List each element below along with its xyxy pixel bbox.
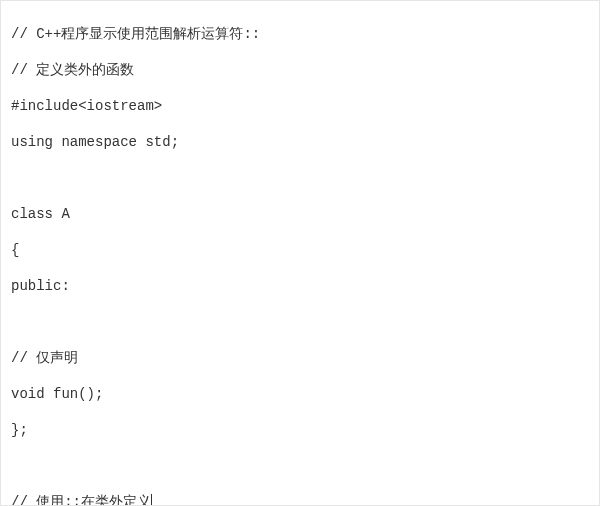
text-cursor	[151, 494, 152, 506]
code-editor[interactable]: // C++程序显示使用范围解析运算符:: // 定义类外的函数 #includ…	[0, 0, 600, 506]
code-line: // 使用::在类外定义	[11, 493, 589, 506]
code-line: // C++程序显示使用范围解析运算符::	[11, 25, 589, 43]
code-line: void fun();	[11, 385, 589, 403]
code-line: // 仅声明	[11, 349, 589, 367]
code-text: // 使用::在类外定义	[11, 494, 151, 506]
code-line: class A	[11, 205, 589, 223]
code-line	[11, 313, 589, 331]
code-line: public:	[11, 277, 589, 295]
code-line	[11, 169, 589, 187]
code-line: {	[11, 241, 589, 259]
code-line: using namespace std;	[11, 133, 589, 151]
code-line: // 定义类外的函数	[11, 61, 589, 79]
code-line: };	[11, 421, 589, 439]
code-line: #include<iostream>	[11, 97, 589, 115]
code-line	[11, 457, 589, 475]
